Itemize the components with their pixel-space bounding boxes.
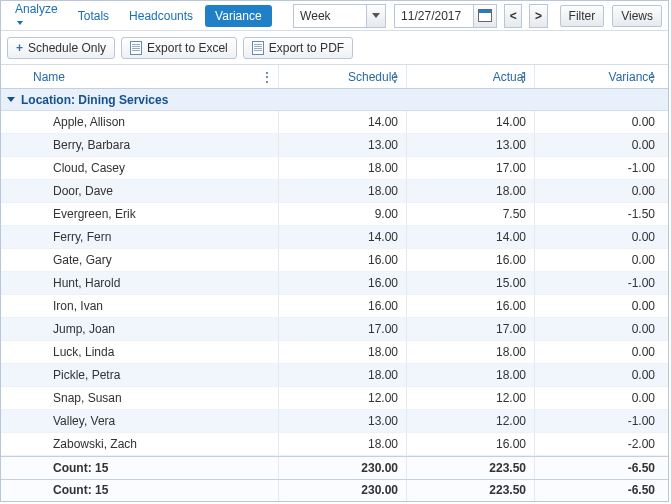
- totals-actual: 223.50: [407, 480, 535, 501]
- views-button[interactable]: Views: [612, 5, 662, 27]
- cell-schedule: 18.00: [279, 157, 407, 179]
- export-excel-button[interactable]: Export to Excel: [121, 37, 237, 59]
- table-row[interactable]: Iron, Ivan16.0016.000.00: [1, 295, 668, 318]
- cell-schedule: 16.00: [279, 249, 407, 271]
- table-row[interactable]: Valley, Vera13.0012.00-1.00: [1, 410, 668, 433]
- col-header-actual[interactable]: Actual ⋮: [407, 65, 535, 88]
- table-row[interactable]: Luck, Linda18.0018.000.00: [1, 341, 668, 364]
- col-header-name[interactable]: Name ⋮: [25, 65, 279, 88]
- totals-variance: -6.50: [535, 457, 663, 478]
- export-pdf-button[interactable]: Export to PDF: [243, 37, 353, 59]
- tab-headcounts[interactable]: Headcounts: [121, 5, 201, 27]
- data-grid: Name ⋮ Schedule ⋮ Actual ⋮ Variance ⋮ Lo…: [1, 65, 668, 501]
- filter-button[interactable]: Filter: [560, 5, 605, 27]
- grid-body: Apple, Allison14.0014.000.00Berry, Barba…: [1, 111, 668, 456]
- cell-schedule: 13.00: [279, 134, 407, 156]
- cell-actual: 18.00: [407, 364, 535, 386]
- analyze-dropdown[interactable]: Analyze: [7, 0, 66, 34]
- calendar-button[interactable]: [473, 5, 496, 27]
- cell-actual: 16.00: [407, 295, 535, 317]
- table-row[interactable]: Evergreen, Erik9.007.50-1.50: [1, 203, 668, 226]
- col-header-variance[interactable]: Variance ⋮: [535, 65, 663, 88]
- col-name-label: Name: [33, 70, 65, 84]
- schedule-only-button[interactable]: + Schedule Only: [7, 37, 115, 59]
- group-totals-row: Count: 15 230.00 223.50 -6.50: [1, 456, 668, 478]
- cell: [1, 387, 25, 409]
- collapse-icon[interactable]: [7, 97, 15, 102]
- action-toolbar: + Schedule Only Export to Excel Export t…: [1, 31, 668, 65]
- cell-schedule: 13.00: [279, 410, 407, 432]
- cell-variance: -1.50: [535, 203, 663, 225]
- cell: [1, 226, 25, 248]
- calendar-icon: [478, 9, 492, 22]
- cell: [1, 480, 25, 501]
- cell-variance: 0.00: [535, 387, 663, 409]
- table-row[interactable]: Hunt, Harold16.0015.00-1.00: [1, 272, 668, 295]
- cell: [1, 249, 25, 271]
- prev-button[interactable]: <: [504, 4, 522, 28]
- column-menu-icon[interactable]: ⋮: [645, 70, 659, 84]
- col-header-schedule[interactable]: Schedule ⋮: [279, 65, 407, 88]
- next-button[interactable]: >: [529, 4, 547, 28]
- cell-variance: 0.00: [535, 364, 663, 386]
- chevron-down-icon: [372, 13, 380, 18]
- column-menu-icon[interactable]: ⋮: [388, 70, 402, 84]
- table-row[interactable]: Snap, Susan12.0012.000.00: [1, 387, 668, 410]
- cell-actual: 13.00: [407, 134, 535, 156]
- cell-variance: 0.00: [535, 249, 663, 271]
- chevron-right-icon: >: [535, 9, 542, 23]
- totals-count: Count: 15: [25, 480, 279, 501]
- table-row[interactable]: Zabowski, Zach18.0016.00-2.00: [1, 433, 668, 456]
- cell-variance: -1.00: [535, 272, 663, 294]
- table-row[interactable]: Door, Dave18.0018.000.00: [1, 180, 668, 203]
- tab-variance[interactable]: Variance: [205, 5, 271, 27]
- cell-actual: 16.00: [407, 433, 535, 455]
- cell-schedule: 14.00: [279, 111, 407, 133]
- cell-actual: 15.00: [407, 272, 535, 294]
- grand-totals-row: Count: 15 230.00 223.50 -6.50: [1, 479, 668, 501]
- chevron-left-icon: <: [510, 9, 517, 23]
- main-toolbar: Analyze Totals Headcounts Variance Week …: [1, 1, 668, 31]
- document-icon: [252, 41, 264, 55]
- totals-variance: -6.50: [535, 480, 663, 501]
- cell-variance: 0.00: [535, 341, 663, 363]
- totals-actual: 223.50: [407, 457, 535, 478]
- cell-name: Snap, Susan: [25, 387, 279, 409]
- cell-variance: 0.00: [535, 318, 663, 340]
- cell-schedule: 17.00: [279, 318, 407, 340]
- table-row[interactable]: Cloud, Casey18.0017.00-1.00: [1, 157, 668, 180]
- cell-variance: 0.00: [535, 226, 663, 248]
- table-row[interactable]: Apple, Allison14.0014.000.00: [1, 111, 668, 134]
- cell-name: Pickle, Petra: [25, 364, 279, 386]
- cell-variance: 0.00: [535, 111, 663, 133]
- table-row[interactable]: Gate, Gary16.0016.000.00: [1, 249, 668, 272]
- chevron-down-icon: [17, 21, 23, 25]
- tab-totals[interactable]: Totals: [70, 5, 117, 27]
- period-select[interactable]: Week: [293, 4, 386, 28]
- cell: [1, 203, 25, 225]
- table-row[interactable]: Jump, Joan17.0017.000.00: [1, 318, 668, 341]
- cell: [1, 295, 25, 317]
- table-row[interactable]: Berry, Barbara13.0013.000.00: [1, 134, 668, 157]
- cell-actual: 14.00: [407, 226, 535, 248]
- grid-header: Name ⋮ Schedule ⋮ Actual ⋮ Variance ⋮: [1, 65, 668, 89]
- table-row[interactable]: Ferry, Fern14.0014.000.00: [1, 226, 668, 249]
- group-header[interactable]: Location: Dining Services: [1, 89, 668, 111]
- cell-actual: 12.00: [407, 410, 535, 432]
- totals-schedule: 230.00: [279, 457, 407, 478]
- cell-schedule: 12.00: [279, 387, 407, 409]
- cell-actual: 7.50: [407, 203, 535, 225]
- column-menu-icon[interactable]: ⋮: [260, 70, 274, 84]
- cell-actual: 18.00: [407, 180, 535, 202]
- cell-name: Zabowski, Zach: [25, 433, 279, 455]
- date-picker[interactable]: 11/27/2017: [394, 4, 497, 28]
- cell-name: Cloud, Casey: [25, 157, 279, 179]
- table-row[interactable]: Pickle, Petra18.0018.000.00: [1, 364, 668, 387]
- cell-schedule: 18.00: [279, 433, 407, 455]
- cell: [1, 364, 25, 386]
- cell: [1, 457, 25, 478]
- column-menu-icon[interactable]: ⋮: [516, 70, 530, 84]
- cell-actual: 12.00: [407, 387, 535, 409]
- period-select-button[interactable]: [366, 5, 385, 27]
- cell-name: Gate, Gary: [25, 249, 279, 271]
